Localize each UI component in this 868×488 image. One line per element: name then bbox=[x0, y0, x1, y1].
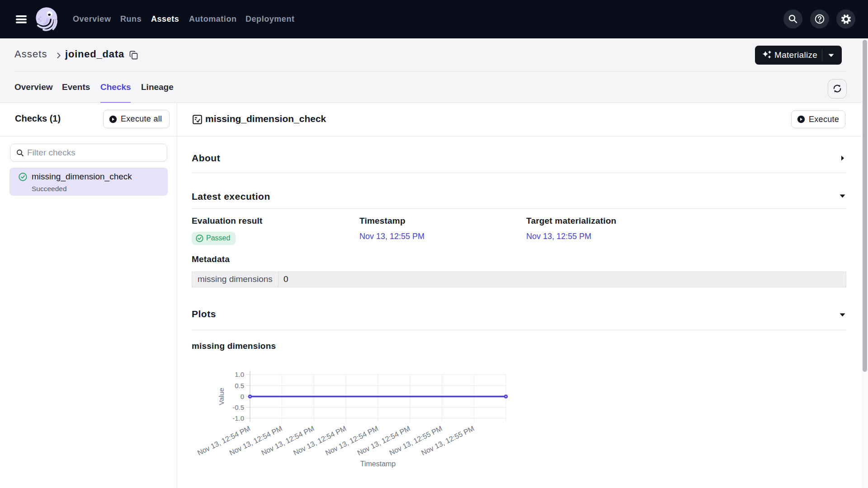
svg-text:Nov 13, 12:54 PM: Nov 13, 12:54 PM bbox=[356, 424, 411, 456]
svg-text:-1.0: -1.0 bbox=[232, 414, 244, 422]
svg-text:Nov 13, 12:54 PM: Nov 13, 12:54 PM bbox=[228, 424, 283, 456]
svg-text:Value: Value bbox=[217, 388, 225, 405]
svg-text:Nov 13, 12:54 PM: Nov 13, 12:54 PM bbox=[292, 424, 348, 456]
svg-text:Nov 13, 12:54 PM: Nov 13, 12:54 PM bbox=[196, 424, 252, 456]
svg-text:0.5: 0.5 bbox=[235, 382, 244, 389]
svg-text:Nov 13, 12:55 PM: Nov 13, 12:55 PM bbox=[388, 424, 443, 456]
svg-text:Nov 13, 12:55 PM: Nov 13, 12:55 PM bbox=[420, 424, 476, 456]
svg-text:Nov 13, 12:54 PM: Nov 13, 12:54 PM bbox=[324, 424, 380, 456]
svg-text:Nov 13, 12:54 PM: Nov 13, 12:54 PM bbox=[260, 424, 316, 456]
svg-text:Timestamp: Timestamp bbox=[360, 460, 396, 468]
svg-text:1.0: 1.0 bbox=[235, 371, 244, 378]
svg-text:0: 0 bbox=[241, 393, 244, 400]
svg-text:-0.5: -0.5 bbox=[232, 404, 244, 411]
